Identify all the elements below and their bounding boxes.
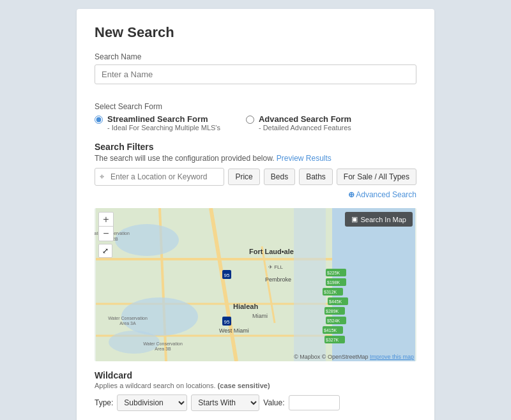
svg-text:95: 95 bbox=[224, 319, 230, 325]
search-filters-header: Search Filters bbox=[95, 142, 416, 152]
filters-description: The search will use the configuration pr… bbox=[95, 154, 416, 163]
wildcard-type-select[interactable]: Subdivision City County bbox=[117, 394, 187, 411]
radio-option-advanced[interactable]: Advanced Search Form - Detailed Advanced… bbox=[246, 114, 351, 131]
svg-point-8 bbox=[115, 224, 179, 256]
radio-advanced-sublabel: - Detailed Advanced Features bbox=[259, 124, 351, 131]
location-row: ⌖ Price Beds Baths For Sale / All Types bbox=[95, 168, 416, 186]
page-wrapper: New Search Search Name Select Search For… bbox=[0, 6, 511, 420]
svg-rect-11 bbox=[294, 208, 326, 361]
search-in-map-label: Search In Map bbox=[360, 216, 406, 223]
map-background: $225K $198K $312K $445K $289K $524K $415… bbox=[95, 208, 416, 361]
radio-streamlined[interactable] bbox=[95, 116, 103, 124]
improve-map-link[interactable]: Improve this map bbox=[370, 354, 414, 360]
location-input[interactable] bbox=[95, 168, 224, 186]
radio-option-streamlined[interactable]: Streamlined Search Form - Ideal For Sear… bbox=[95, 114, 220, 131]
map-attribution: © Mapbox © OpenStreetMap Improve this ma… bbox=[294, 354, 414, 360]
svg-text:✈ FLL: ✈ FLL bbox=[268, 264, 284, 270]
search-name-input[interactable] bbox=[95, 64, 416, 84]
advanced-search-row: ⊕ Advanced Search bbox=[95, 190, 416, 199]
map-container[interactable]: $225K $198K $312K $445K $289K $524K $415… bbox=[95, 208, 416, 361]
wildcard-starts-with-select[interactable]: Starts With Contains Ends With bbox=[191, 394, 259, 411]
search-in-map-button[interactable]: ▣ Search In Map bbox=[345, 212, 413, 227]
preview-results-link[interactable]: Preview Results bbox=[277, 154, 332, 163]
wildcard-value-input[interactable] bbox=[289, 395, 340, 410]
zoom-in-button[interactable]: + bbox=[99, 213, 113, 227]
wildcard-section: Wildcard Applies a wildcard search on lo… bbox=[95, 370, 416, 411]
svg-text:$327K: $327K bbox=[326, 338, 339, 342]
radio-streamlined-label: Streamlined Search Form bbox=[107, 114, 220, 124]
search-filters-section: Search Filters The search will use the c… bbox=[95, 142, 416, 199]
wildcard-form-row: Type: Subdivision City County Starts Wit… bbox=[95, 394, 416, 411]
svg-text:$415K: $415K bbox=[324, 328, 337, 333]
svg-text:Area 3A: Area 3A bbox=[119, 321, 136, 326]
search-name-section: Search Name bbox=[95, 52, 416, 93]
svg-text:$198K: $198K bbox=[327, 280, 340, 285]
svg-text:$225K: $225K bbox=[327, 271, 340, 275]
svg-text:95: 95 bbox=[224, 273, 230, 278]
map-svg: $225K $198K $312K $445K $289K $524K $415… bbox=[95, 208, 416, 361]
pin-icon: ⌖ bbox=[100, 172, 104, 182]
svg-text:Water Conservation: Water Conservation bbox=[108, 316, 148, 320]
page-title: New Search bbox=[95, 24, 416, 41]
for-sale-button[interactable]: For Sale / All Types bbox=[337, 169, 416, 185]
radio-group: Streamlined Search Form - Ideal For Sear… bbox=[95, 114, 416, 131]
main-card: New Search Search Name Select Search For… bbox=[77, 9, 434, 420]
svg-text:$445K: $445K bbox=[329, 299, 342, 304]
search-map-icon: ▣ bbox=[351, 215, 358, 223]
svg-text:$289K: $289K bbox=[326, 309, 339, 313]
advanced-search-link[interactable]: ⊕ Advanced Search bbox=[348, 190, 416, 199]
svg-text:Fort Laud•ale: Fort Laud•ale bbox=[249, 248, 294, 255]
search-form-label: Select Search Form bbox=[95, 102, 416, 111]
search-form-section: Select Search Form Streamlined Search Fo… bbox=[95, 102, 416, 131]
location-input-wrap: ⌖ bbox=[95, 168, 224, 186]
svg-text:$524K: $524K bbox=[327, 319, 340, 323]
price-button[interactable]: Price bbox=[228, 169, 259, 185]
advanced-search-label: Advanced Search bbox=[356, 190, 416, 199]
svg-text:Miami: Miami bbox=[252, 313, 268, 319]
search-name-label: Search Name bbox=[95, 52, 416, 61]
radio-advanced-label: Advanced Search Form bbox=[259, 114, 351, 124]
svg-text:Water Conservation: Water Conservation bbox=[143, 341, 183, 346]
radio-streamlined-sublabel: - Ideal For Searching Multiple MLS's bbox=[107, 124, 220, 131]
wildcard-desc: Applies a wildcard search on locations. … bbox=[95, 382, 416, 389]
beds-button[interactable]: Beds bbox=[264, 169, 295, 185]
svg-text:West Miami: West Miami bbox=[219, 327, 249, 334]
filters-desc-text: The search will use the configuration pr… bbox=[95, 154, 275, 163]
svg-text:Hialeah: Hialeah bbox=[233, 303, 258, 310]
svg-text:Pembroke: Pembroke bbox=[265, 276, 291, 283]
zoom-out-button[interactable]: − bbox=[99, 227, 113, 241]
wildcard-type-label: Type: bbox=[95, 398, 113, 407]
svg-text:$312K: $312K bbox=[324, 290, 337, 294]
map-expand-button[interactable]: ⤢ bbox=[98, 244, 112, 258]
plus-icon: ⊕ bbox=[348, 190, 355, 199]
map-zoom-controls: + − bbox=[98, 212, 114, 241]
radio-advanced[interactable] bbox=[246, 116, 254, 124]
wildcard-value-label: Value: bbox=[263, 398, 284, 407]
svg-text:Area 3B: Area 3B bbox=[155, 347, 171, 351]
wildcard-title: Wildcard bbox=[95, 370, 416, 380]
baths-button[interactable]: Baths bbox=[299, 169, 333, 185]
